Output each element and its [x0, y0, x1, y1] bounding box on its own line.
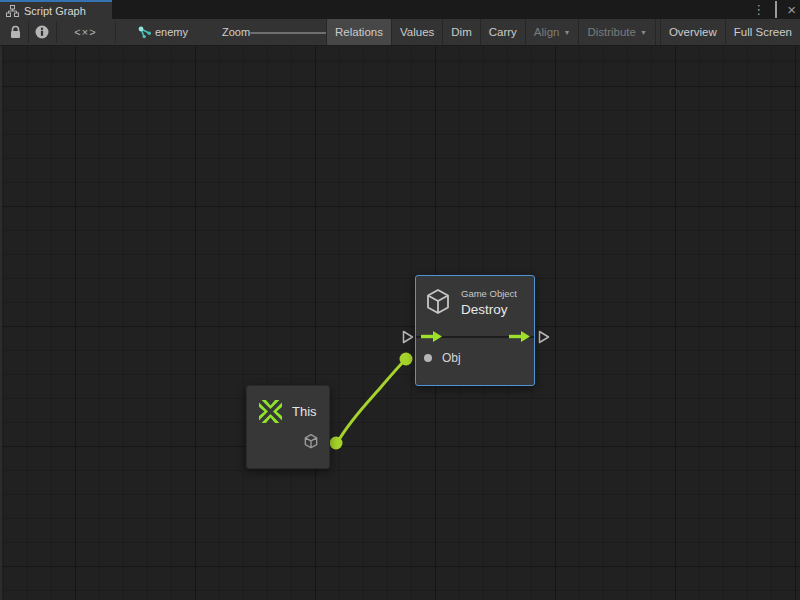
full-screen-button[interactable]: Full Screen	[725, 19, 800, 45]
distribute-dropdown[interactable]: Distribute ▼	[578, 19, 655, 45]
node-subtitle: Game Object	[461, 288, 517, 299]
gameobject-output-port[interactable]	[303, 433, 319, 450]
tab-label: Script Graph	[24, 5, 86, 17]
node-title: This	[292, 404, 317, 419]
window-controls: ⋮ ×	[752, 0, 796, 19]
gameobject-cube-icon	[424, 287, 452, 317]
zoom-slider-track[interactable]	[250, 32, 338, 34]
chevron-down-icon: ▼	[563, 29, 570, 36]
graph-canvas[interactable]: This Game Object Destroy	[0, 46, 800, 600]
info-button[interactable]	[29, 19, 55, 45]
carry-button[interactable]: Carry	[480, 19, 525, 45]
connection-wire[interactable]	[2, 46, 800, 600]
tab-script-graph[interactable]: Script Graph	[0, 0, 112, 19]
node-this[interactable]: This	[246, 385, 330, 469]
graph-breadcrumb-icon	[137, 19, 153, 45]
script-graph-window: Script Graph ⋮ ×	[0, 0, 800, 600]
close-icon[interactable]: ×	[787, 0, 796, 19]
node-destroy[interactable]: Game Object Destroy Obj	[415, 275, 535, 386]
chevron-down-icon: ▼	[640, 29, 647, 36]
control-input-arrow-icon[interactable]	[420, 330, 443, 343]
this-converge-arrows-icon	[257, 398, 284, 425]
align-dropdown[interactable]: Align ▼	[525, 19, 579, 45]
zoom-label: Zoom	[222, 19, 250, 45]
info-icon	[35, 25, 49, 39]
graph-breadcrumb[interactable]: enemy	[155, 19, 188, 45]
obj-port-label: Obj	[442, 351, 461, 365]
maximize-icon[interactable]	[775, 0, 777, 19]
code-view-button[interactable]: <×>	[57, 19, 114, 45]
overview-button[interactable]: Overview	[660, 19, 725, 45]
tab-bar: Script Graph ⋮ ×	[0, 0, 800, 19]
control-input-triangle-icon[interactable]	[401, 329, 415, 345]
dim-button[interactable]: Dim	[442, 19, 479, 45]
lock-icon	[9, 25, 22, 39]
node-title: Destroy	[461, 302, 517, 317]
toolbar-button-group: Relations Values Dim Carry Align ▼ Distr…	[326, 19, 800, 45]
graph-hierarchy-icon	[6, 5, 19, 17]
values-button[interactable]: Values	[391, 19, 442, 45]
code-icon: <×>	[74, 26, 96, 38]
lock-button[interactable]	[4, 19, 26, 45]
control-output-triangle-icon[interactable]	[537, 329, 551, 345]
window-menu-icon[interactable]: ⋮	[752, 0, 765, 19]
control-output-arrow-icon[interactable]	[508, 330, 531, 343]
relations-button[interactable]: Relations	[326, 19, 391, 45]
obj-input-port[interactable]	[424, 354, 432, 362]
graph-toolbar: <×> enemy Zoom 1x Relations Values Dim C	[0, 19, 800, 46]
